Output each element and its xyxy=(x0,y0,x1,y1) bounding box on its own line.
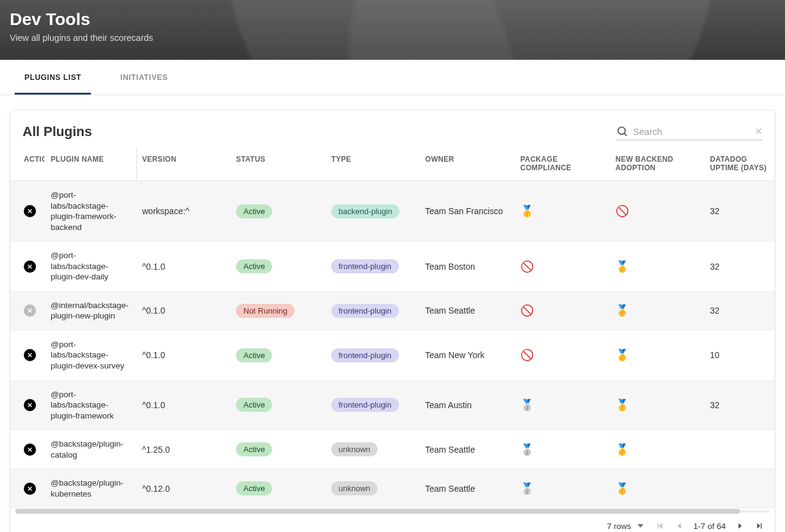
cell-package-compliance: 🚫 xyxy=(520,261,534,273)
plugins-card: All Plugins ACTIONS PLUGIN NAME VERSION … xyxy=(10,110,775,532)
cell-owner: Team Seattle xyxy=(425,306,475,315)
cell-plugin-name: @port-labs/backstage-plugin-framework xyxy=(51,389,130,422)
cell-version: ^0.1.0 xyxy=(142,262,165,271)
cell-plugin-name: @port-labs/backstage-plugin-framework-ba… xyxy=(51,190,130,232)
table-footer: 7 rows 1-7 of 64 xyxy=(10,514,775,532)
type-badge: unknown xyxy=(331,481,378,495)
row-action-icon[interactable] xyxy=(24,349,36,361)
clear-search-icon[interactable] xyxy=(754,126,764,136)
cell-uptime: 32 xyxy=(710,206,720,216)
status-badge: Active xyxy=(236,398,272,412)
cell-package-compliance: 🚫 xyxy=(520,304,534,317)
cell-version: workspace:^ xyxy=(142,206,189,216)
status-badge: Active xyxy=(236,481,272,495)
search-field[interactable] xyxy=(616,123,762,140)
col-type[interactable]: TYPE xyxy=(325,146,419,181)
cell-version: ^0.1.0 xyxy=(142,400,165,410)
cell-package-compliance: 🥈 xyxy=(520,483,534,495)
row-action-icon[interactable] xyxy=(24,205,36,217)
cell-new-backend-adoption: 🥇 xyxy=(615,399,629,411)
last-page-button[interactable] xyxy=(754,520,765,531)
type-badge: frontend-plugin xyxy=(331,348,399,362)
page-subtitle: View all plugins and their scorecards xyxy=(10,33,775,43)
row-action-icon[interactable] xyxy=(24,444,36,456)
status-badge: Active xyxy=(236,204,272,218)
search-icon xyxy=(616,125,628,137)
prev-page-button[interactable] xyxy=(674,520,685,531)
col-owner[interactable]: OWNER xyxy=(419,146,514,181)
cell-uptime: 32 xyxy=(710,306,720,315)
status-badge: Not Running xyxy=(236,304,295,318)
page-title: Dev Tools xyxy=(10,10,775,29)
table-row[interactable]: @internal/backstage-plugin-new-plugin ^0… xyxy=(10,291,775,330)
row-action-icon[interactable] xyxy=(24,304,36,317)
cell-plugin-name: @port-labs/backstage-plugin-dev-daily xyxy=(51,250,130,282)
cell-plugin-name: @backstage/plugin-kubernetes xyxy=(51,478,130,499)
cell-uptime: 32 xyxy=(710,262,720,271)
col-new-backend-adoption[interactable]: NEW BACKEND ADOPTION xyxy=(609,146,704,181)
cell-owner: Team Austin xyxy=(425,400,471,410)
type-badge: backend-plugin xyxy=(331,204,400,218)
row-action-icon[interactable] xyxy=(24,261,36,273)
svg-line-1 xyxy=(625,134,627,136)
page-header: Dev Tools View all plugins and their sco… xyxy=(0,0,785,60)
col-plugin-name[interactable]: PLUGIN NAME xyxy=(45,146,136,181)
cell-version: ^0.1.0 xyxy=(142,306,165,315)
status-badge: Active xyxy=(236,259,272,273)
cell-package-compliance: 🚫 xyxy=(520,349,534,361)
rows-label: 7 rows xyxy=(607,522,631,531)
first-page-button[interactable] xyxy=(654,520,665,531)
cell-plugin-name: @internal/backstage-plugin-new-plugin xyxy=(51,300,130,322)
cell-version: ^0.12.0 xyxy=(142,484,170,494)
tab-plugins-list[interactable]: PLUGINS LIST xyxy=(15,60,91,95)
type-badge: frontend-plugin xyxy=(331,398,399,412)
type-badge: frontend-plugin xyxy=(331,259,399,273)
cell-version: ^1.25.0 xyxy=(142,445,170,455)
tabs-bar: PLUGINS LIST INITIATIVES xyxy=(0,60,785,95)
status-badge: Active xyxy=(236,442,272,456)
cell-new-backend-adoption: 🥇 xyxy=(615,483,629,495)
dropdown-icon xyxy=(637,524,643,528)
table-row[interactable]: @backstage/plugin-catalog ^1.25.0 Active… xyxy=(10,430,775,469)
col-version[interactable]: VERSION xyxy=(136,146,230,181)
cell-new-backend-adoption: 🥇 xyxy=(615,261,629,273)
cell-new-backend-adoption: 🥇 xyxy=(615,444,629,456)
table-row[interactable]: @port-labs/backstage-plugin-framework ^0… xyxy=(10,380,775,430)
cell-version: ^0.1.0 xyxy=(142,350,165,360)
rows-per-page[interactable]: 7 rows xyxy=(607,522,643,531)
cell-new-backend-adoption: 🥇 xyxy=(615,304,629,317)
horizontal-scrollbar[interactable] xyxy=(15,508,770,514)
table-row[interactable]: @port-labs/backstage-plugin-dev-daily ^0… xyxy=(10,242,775,292)
cell-new-backend-adoption: 🚫 xyxy=(615,205,629,217)
table-row[interactable]: @port-labs/backstage-plugin-framework-ba… xyxy=(10,181,775,242)
cell-owner: Team Seattle xyxy=(425,484,475,494)
cell-plugin-name: @port-labs/backstage-plugin-devex-survey xyxy=(51,339,130,372)
row-action-icon[interactable] xyxy=(24,399,36,411)
type-badge: frontend-plugin xyxy=(331,304,399,318)
cell-uptime: 32 xyxy=(710,400,720,410)
next-page-button[interactable] xyxy=(734,520,745,531)
plugins-table: ACTIONS PLUGIN NAME VERSION STATUS TYPE … xyxy=(10,146,775,508)
col-actions[interactable]: ACTIONS xyxy=(10,146,45,181)
cell-package-compliance: 🥈 xyxy=(520,444,534,456)
col-package-compliance[interactable]: PACKAGE COMPLIANCE xyxy=(514,146,609,181)
svg-point-0 xyxy=(618,127,625,134)
page-range: 1-7 of 64 xyxy=(694,522,726,531)
cell-owner: Team Boston xyxy=(425,262,475,271)
col-status[interactable]: STATUS xyxy=(230,146,325,181)
cell-owner: Team San Francisco xyxy=(425,206,503,216)
search-input[interactable] xyxy=(633,126,749,137)
table-row[interactable]: @backstage/plugin-kubernetes ^0.12.0 Act… xyxy=(10,469,775,508)
table-row[interactable]: @port-labs/backstage-plugin-devex-survey… xyxy=(10,330,775,380)
cell-package-compliance: 🥇 xyxy=(520,205,534,217)
type-badge: unknown xyxy=(331,442,378,456)
cell-plugin-name: @backstage/plugin-catalog xyxy=(51,439,130,460)
status-badge: Active xyxy=(236,348,272,362)
tab-initiatives[interactable]: INITIATIVES xyxy=(110,60,177,95)
cell-owner: Team Seattle xyxy=(425,445,475,455)
row-action-icon[interactable] xyxy=(24,483,36,495)
cell-new-backend-adoption: 🥇 xyxy=(615,349,629,361)
cell-owner: Team New York xyxy=(425,350,484,360)
col-datadog-uptime[interactable]: DATADOG UPTIME (DAYS) xyxy=(704,146,775,181)
panel-title: All Plugins xyxy=(23,124,92,140)
